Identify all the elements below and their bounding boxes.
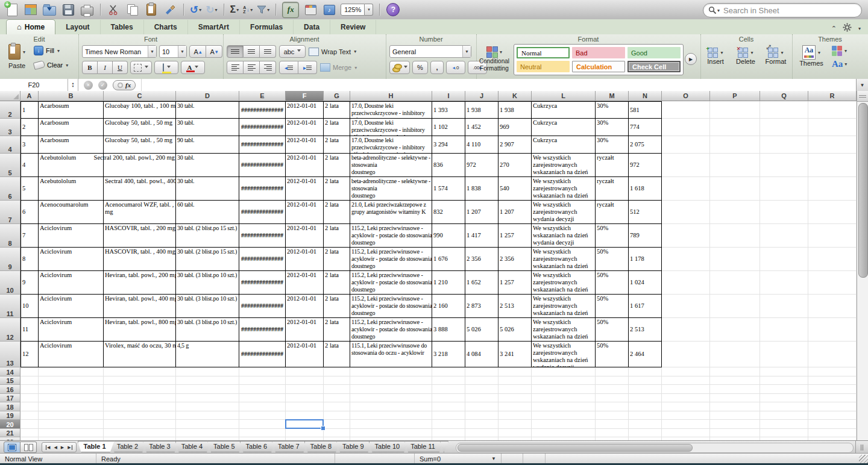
cell-R20[interactable]	[808, 420, 857, 429]
cell-E12[interactable]: ##############	[239, 318, 286, 342]
cell-E21[interactable]	[239, 429, 286, 438]
cell-O3[interactable]	[662, 119, 710, 136]
cell-I18[interactable]	[432, 402, 465, 411]
cell-P12[interactable]	[710, 318, 760, 342]
cell-M13[interactable]: 50%	[596, 342, 629, 367]
cell-A20[interactable]	[20, 420, 39, 429]
cell-B12[interactable]: Aciclovirum	[39, 318, 104, 342]
cell-B8[interactable]: Aciclovirum	[39, 224, 104, 248]
cell-A18[interactable]	[20, 402, 39, 411]
row-header-6[interactable]: 6	[0, 177, 20, 201]
cell-P18[interactable]	[710, 402, 760, 411]
cell-D15[interactable]	[176, 376, 239, 385]
style-bad[interactable]: Bad	[572, 47, 625, 58]
cell-K7[interactable]: 1 207	[498, 201, 532, 224]
cell-B16[interactable]	[39, 385, 104, 394]
align-bottom-button[interactable]	[260, 45, 276, 58]
cell-E19[interactable]	[239, 411, 286, 420]
redo-button[interactable]: ↻▾	[206, 4, 217, 15]
cell-P9[interactable]	[710, 248, 760, 271]
cell-F18[interactable]	[286, 402, 324, 411]
cell-K8[interactable]: 1 257	[498, 224, 532, 248]
cell-N10[interactable]: 1 024	[629, 271, 662, 295]
cell-H18[interactable]	[350, 402, 432, 411]
cell-G3[interactable]: 2 lata	[324, 119, 350, 136]
cell-F14[interactable]	[286, 367, 324, 376]
cell-E20[interactable]	[239, 420, 286, 429]
cell-I21[interactable]	[432, 429, 465, 438]
cell-L18[interactable]	[532, 402, 596, 411]
cell-P14[interactable]	[710, 367, 760, 376]
cell-A3[interactable]: 2	[20, 119, 39, 136]
cell-O4[interactable]	[662, 136, 710, 154]
cell-M6[interactable]: ryczałt	[596, 177, 629, 201]
italic-button[interactable]: I	[98, 61, 113, 74]
sheet-tab-table-11[interactable]: Table 11	[404, 441, 444, 452]
cell-O10[interactable]	[662, 271, 710, 295]
search-box[interactable]: ▾ Search in Sheet	[703, 3, 862, 17]
cell-M20[interactable]	[596, 420, 629, 429]
row-header-10[interactable]: 10	[0, 271, 20, 295]
row-header-12[interactable]: 12	[0, 318, 20, 342]
column-header-Q[interactable]: Q	[760, 91, 808, 101]
cell-R7[interactable]	[808, 201, 857, 224]
autosum-button[interactable]: Σ▾	[230, 4, 239, 15]
cell-R13[interactable]	[808, 342, 857, 367]
cell-F3[interactable]: 2012-01-01	[286, 119, 324, 136]
help-button[interactable]: ?	[386, 2, 400, 17]
cell-B19[interactable]	[39, 411, 104, 420]
insert-cells-button[interactable]: + ▾ Insert	[702, 44, 729, 65]
cell-M3[interactable]: 30%	[596, 119, 629, 136]
cell-B2[interactable]: Acarbosum	[39, 101, 104, 119]
cell-E13[interactable]: ##############	[239, 342, 286, 367]
cell-D13[interactable]: 4,5 g	[176, 342, 239, 367]
cell-J16[interactable]	[465, 385, 498, 394]
gear-icon[interactable]	[843, 23, 852, 34]
collapse-ribbon-icon[interactable]: ⌃	[831, 25, 837, 33]
cell-M17[interactable]	[596, 394, 629, 403]
page-layout-view-button[interactable]	[20, 442, 37, 453]
cell-I2[interactable]: 1 393	[432, 101, 465, 119]
cell-Q11[interactable]	[760, 295, 808, 318]
column-header-E[interactable]: E	[239, 91, 286, 101]
cell-O5[interactable]	[662, 154, 710, 177]
column-header-O[interactable]: O	[662, 91, 710, 101]
style-calculation[interactable]: Calculation	[572, 61, 625, 72]
cell-O14[interactable]	[662, 367, 710, 376]
cell-A8[interactable]: 7	[20, 224, 39, 248]
row-header-4[interactable]: 4	[0, 136, 20, 154]
cell-G21[interactable]	[324, 429, 350, 438]
row-header-2[interactable]: 2	[0, 101, 20, 119]
cell-H12[interactable]: 115.2, Leki przeciwwirusowe - acyklowir …	[350, 318, 432, 342]
cell-R4[interactable]	[808, 136, 857, 154]
cancel-button[interactable]: ×	[84, 81, 93, 90]
cell-H15[interactable]	[350, 376, 432, 385]
cell-A21[interactable]	[20, 429, 39, 438]
cell-J3[interactable]: 1 452	[465, 119, 498, 136]
cell-M12[interactable]: 50%	[596, 318, 629, 342]
cell-N13[interactable]: 2 464	[629, 342, 662, 367]
cell-B20[interactable]	[39, 420, 104, 429]
cell-Q5[interactable]	[760, 154, 808, 177]
comma-button[interactable]: ,	[430, 61, 444, 74]
cell-G9[interactable]: 2 lata	[324, 248, 350, 271]
split-handle-icon[interactable]	[857, 91, 868, 102]
cell-E16[interactable]	[239, 385, 286, 394]
cell-H19[interactable]	[350, 411, 432, 420]
decrease-indent-button[interactable]	[279, 61, 298, 74]
cell-C14[interactable]	[104, 367, 176, 376]
cell-G17[interactable]	[324, 394, 350, 403]
cell-J20[interactable]	[465, 420, 498, 429]
row-header-3[interactable]: 3	[0, 119, 20, 136]
cell-B14[interactable]	[39, 367, 104, 376]
cell-E14[interactable]	[239, 367, 286, 376]
formula-builder-button[interactable]: fx	[282, 2, 299, 18]
cell-D12[interactable]: 30 tabl. (3 blist.po 10 szt.)	[176, 318, 239, 342]
cell-R14[interactable]	[808, 367, 857, 376]
cell-F10[interactable]: 2012-01-01	[286, 271, 324, 295]
cell-L5[interactable]: We wszystkich zarejestrowanych wskazania…	[532, 154, 596, 177]
cell-O18[interactable]	[662, 402, 710, 411]
cell-B17[interactable]	[39, 394, 104, 403]
cell-F2[interactable]: 2012-01-01	[286, 101, 324, 119]
cell-P10[interactable]	[710, 271, 760, 295]
